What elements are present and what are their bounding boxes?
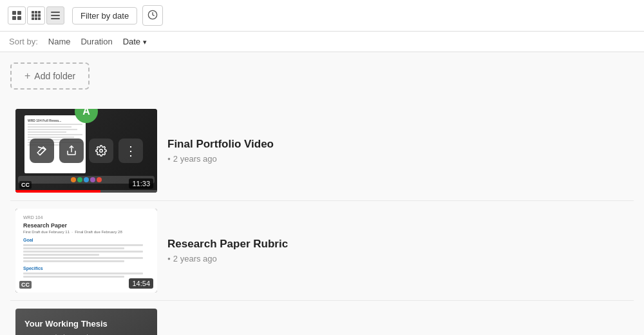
history-button[interactable] xyxy=(142,5,163,26)
video-meta-1: ● 2 years ago xyxy=(167,154,629,164)
settings-action-button[interactable] xyxy=(89,139,113,163)
video-info-1: Final Portfolio Video ● 2 years ago xyxy=(167,138,629,164)
add-folder-label: Add folder xyxy=(34,71,75,81)
svg-rect-14 xyxy=(51,15,60,16)
svg-rect-10 xyxy=(32,17,34,20)
filter-by-date-button[interactable]: Filter by date xyxy=(72,7,137,24)
thumb-3-slides: Your Working Thesis Use your voice/persp… xyxy=(15,309,157,335)
video-title-2[interactable]: Research Paper Rubric xyxy=(167,238,629,251)
svg-rect-2 xyxy=(12,16,16,20)
svg-rect-13 xyxy=(51,12,60,13)
view-mode-group xyxy=(8,6,64,24)
svg-point-20 xyxy=(100,149,103,153)
share-action-button[interactable] xyxy=(59,139,84,163)
svg-rect-4 xyxy=(32,11,34,14)
thumbnail-3[interactable]: Your Working Thesis Use your voice/persp… xyxy=(15,309,157,335)
list-item: A WRD 104 Full Resea... xyxy=(10,101,634,201)
sort-bar: Sort by: Name Duration Date ▾ xyxy=(0,32,644,52)
cc-badge-2: CC xyxy=(19,281,32,289)
svg-rect-11 xyxy=(35,17,37,20)
duration-badge-2: 14:54 xyxy=(129,278,153,289)
svg-rect-5 xyxy=(35,11,37,14)
thumb-3-title: Your Working Thesis xyxy=(24,319,148,329)
svg-rect-0 xyxy=(12,11,16,15)
thumbnail-2[interactable]: WRD 104 Research Paper First Draft due F… xyxy=(15,209,157,292)
list-item: Your Working Thesis Use your voice/persp… xyxy=(10,301,634,335)
meta-dot: ● xyxy=(167,256,171,262)
filter-label: Filter by date xyxy=(80,11,129,21)
duration-badge-1: 11:33 xyxy=(129,178,153,189)
video-info-2: Research Paper Rubric ● 2 years ago xyxy=(167,238,629,263)
add-folder-button[interactable]: + Add folder xyxy=(10,62,90,90)
video-date-2: 2 years ago xyxy=(173,254,217,263)
meta-dot: ● xyxy=(167,156,171,162)
more-action-button[interactable]: ⋮ xyxy=(118,139,143,163)
svg-rect-7 xyxy=(32,14,34,17)
wand-action-button[interactable] xyxy=(30,139,54,163)
video-list: A WRD 104 Full Resea... xyxy=(10,101,634,335)
main-content: + Add folder A WRD 104 Full Resea... xyxy=(0,52,644,335)
svg-rect-15 xyxy=(51,18,60,19)
list-item: WRD 104 Research Paper First Draft due F… xyxy=(10,201,634,301)
svg-rect-8 xyxy=(35,14,37,17)
svg-rect-6 xyxy=(38,11,41,14)
progress-fill xyxy=(15,190,100,193)
add-folder-icon: + xyxy=(24,70,30,82)
sort-arrow-icon: ▾ xyxy=(143,38,147,46)
sort-name[interactable]: Name xyxy=(48,37,71,46)
grid-small-button[interactable] xyxy=(27,6,45,24)
sort-date[interactable]: Date ▾ xyxy=(123,37,147,46)
video-date-1: 2 years ago xyxy=(173,154,217,164)
sort-duration[interactable]: Duration xyxy=(80,37,112,46)
sort-by-label: Sort by: xyxy=(9,37,38,46)
video-meta-2: ● 2 years ago xyxy=(167,254,629,263)
toolbar: Filter by date xyxy=(0,0,644,32)
svg-rect-1 xyxy=(17,11,21,15)
thumbnail-1[interactable]: A WRD 104 Full Resea... xyxy=(15,109,157,193)
grid-large-button[interactable] xyxy=(8,6,26,24)
video-title-1[interactable]: Final Portfolio Video xyxy=(167,138,629,151)
svg-rect-9 xyxy=(38,14,41,17)
list-view-button[interactable] xyxy=(46,6,64,24)
history-icon xyxy=(147,10,158,22)
progress-bar xyxy=(15,190,157,193)
cc-badge: CC xyxy=(19,181,32,189)
svg-rect-3 xyxy=(17,16,21,20)
svg-rect-12 xyxy=(38,17,41,20)
svg-line-17 xyxy=(41,149,46,155)
